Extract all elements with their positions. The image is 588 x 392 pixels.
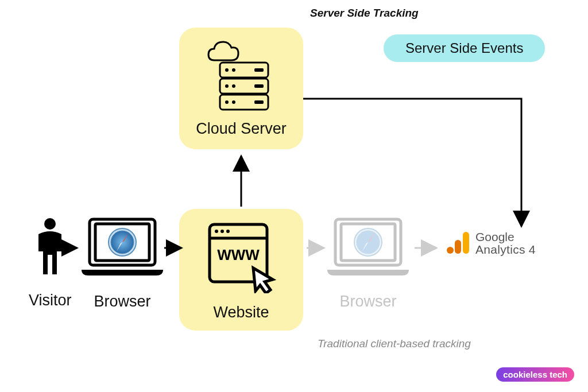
cloud-server-label: Cloud Server xyxy=(196,120,287,138)
svg-point-6 xyxy=(225,84,229,88)
svg-rect-32 xyxy=(455,240,461,254)
svg-point-31 xyxy=(447,247,454,254)
person-icon xyxy=(34,217,66,280)
visitor-node: Visitor xyxy=(29,217,72,309)
cloud-server-icon xyxy=(204,40,278,117)
browser-label-2: Browser xyxy=(339,293,396,311)
svg-rect-11 xyxy=(254,100,264,104)
traditional-tracking-label: Traditional client-based tracking xyxy=(318,337,471,350)
cloud-server-node: Cloud Server xyxy=(179,28,303,149)
ga4-line2: Analytics 4 xyxy=(475,243,536,256)
browser-label-1: Browser xyxy=(94,293,150,311)
svg-point-16 xyxy=(226,230,230,233)
visitor-label: Visitor xyxy=(29,292,72,309)
svg-point-9 xyxy=(225,100,229,104)
google-analytics-4-node: Google Analytics 4 xyxy=(446,230,536,257)
svg-point-18 xyxy=(44,218,56,230)
ga4-text: Google Analytics 4 xyxy=(475,231,536,256)
laptop-safari-icon xyxy=(79,217,165,280)
website-node: WWW Website xyxy=(179,209,303,331)
google-analytics-icon xyxy=(446,230,471,257)
svg-point-7 xyxy=(232,84,235,88)
server-side-events-badge: Server Side Events xyxy=(384,34,545,62)
diagram-title: Server Side Tracking xyxy=(310,7,419,20)
ga4-line1: Google xyxy=(475,231,536,243)
svg-text:WWW: WWW xyxy=(217,246,260,263)
svg-point-14 xyxy=(215,230,218,233)
watermark-badge: cookieless tech xyxy=(496,367,574,382)
svg-rect-8 xyxy=(254,84,264,88)
svg-point-3 xyxy=(225,68,229,72)
laptop-safari-icon-faded xyxy=(325,217,411,280)
svg-point-4 xyxy=(232,68,235,72)
website-icon: WWW xyxy=(204,219,278,296)
website-label: Website xyxy=(213,304,269,321)
svg-point-10 xyxy=(232,100,235,104)
browser-node-1: Browser xyxy=(79,217,165,311)
browser-node-2: Browser xyxy=(325,217,411,311)
svg-rect-33 xyxy=(463,232,469,254)
svg-rect-5 xyxy=(254,68,264,72)
svg-point-15 xyxy=(220,230,224,233)
